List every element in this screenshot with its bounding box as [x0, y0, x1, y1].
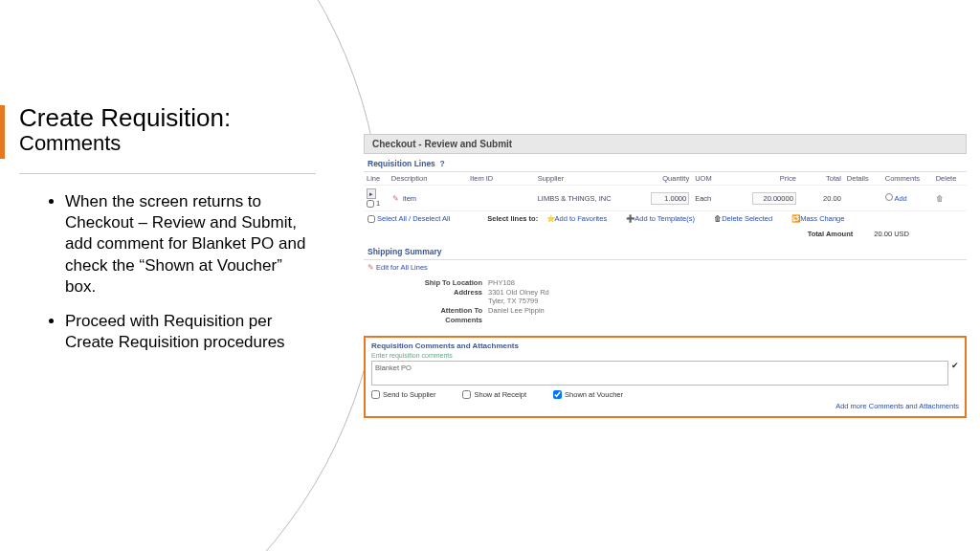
delete-selected-link[interactable]: Delete Selected	[722, 214, 772, 223]
bullet-list: When the screen returns to Checkout – Re…	[19, 191, 316, 353]
slide-title: Create Requisition:	[19, 105, 316, 131]
show-receipt-cb[interactable]: Show at Receipt	[462, 390, 526, 399]
req-lines-title: Requisition Lines ?	[364, 156, 967, 172]
mass-icon: 🔁	[791, 214, 800, 223]
table-row: ▸ 1 ✎ item LIMBS & THINGS, INC 1.0000 Ea…	[364, 186, 967, 211]
page-header: Checkout - Review and Submit	[364, 134, 967, 154]
total-row: Total Amount 20.00 USD	[364, 226, 967, 242]
row-checkbox[interactable]	[367, 200, 374, 208]
comments-subtitle: Enter requisition comments	[371, 352, 959, 359]
slide-subtitle: Comments	[19, 131, 316, 156]
trash-icon[interactable]: 🗑	[936, 194, 944, 203]
comments-highlight-box: Requisition Comments and Attachments Ent…	[364, 336, 967, 418]
slide-text-panel: Create Requisition: Comments When the sc…	[19, 105, 316, 366]
table-header-row: Line Description Item ID Supplier Quanti…	[364, 172, 967, 186]
divider	[19, 173, 316, 174]
accent-bar	[0, 105, 5, 159]
supplier-cell: LIMBS & THINGS, INC	[535, 186, 636, 211]
bullet-1: When the screen returns to Checkout – Re…	[65, 191, 316, 297]
send-supplier-cb[interactable]: Send to Supplier	[371, 390, 435, 399]
edit-all-link[interactable]: Edit for All Lines	[376, 263, 428, 272]
select-all-checkbox[interactable]	[368, 215, 375, 223]
req-lines-table: Line Description Item ID Supplier Quanti…	[364, 172, 967, 211]
comments-title: Requisition Comments and Attachments	[371, 342, 959, 350]
template-icon: ➕	[626, 214, 635, 223]
select-all-link[interactable]: Select All / Deselect All	[377, 214, 450, 223]
expand-icon[interactable]: ▸	[367, 188, 376, 199]
comments-textarea[interactable]	[371, 361, 948, 386]
pencil-icon: ✎	[368, 263, 374, 272]
shipping-title: Shipping Summary	[364, 244, 967, 260]
bullet-2: Proceed with Requisition per Create Requ…	[65, 311, 316, 353]
app-screenshot: Checkout - Review and Submit Requisition…	[364, 134, 967, 418]
star-icon: ⭐	[546, 214, 555, 223]
add-more-link[interactable]: Add more Comments and Attachments	[835, 402, 959, 410]
help-icon[interactable]: ?	[437, 159, 447, 168]
add-comment-link[interactable]: Add	[894, 194, 906, 203]
bulk-actions-row: Select All / Deselect All Select lines t…	[364, 211, 967, 226]
add-fav-link[interactable]: Add to Favorites	[555, 214, 608, 223]
shipping-grid: Ship To LocationPHY108 Address3301 Old O…	[364, 275, 967, 332]
price-input[interactable]: 20.00000	[752, 192, 796, 205]
item-desc-link[interactable]: item	[403, 194, 416, 203]
qty-input[interactable]: 1.0000	[651, 192, 689, 205]
pencil-icon[interactable]: ✎	[391, 194, 401, 203]
mass-change-link[interactable]: Mass Change	[800, 214, 844, 223]
delete-icon: 🗑	[714, 214, 722, 223]
select-lines-label: Select lines to:	[487, 214, 538, 223]
shown-voucher-cb[interactable]: Shown at Voucher	[553, 390, 623, 399]
checkbox-row: Send to Supplier Show at Receipt Shown a…	[371, 390, 959, 399]
spellcheck-icon[interactable]: ✔	[951, 361, 959, 370]
comment-radio[interactable]	[885, 193, 893, 201]
add-template-link[interactable]: Add to Template(s)	[635, 214, 695, 223]
